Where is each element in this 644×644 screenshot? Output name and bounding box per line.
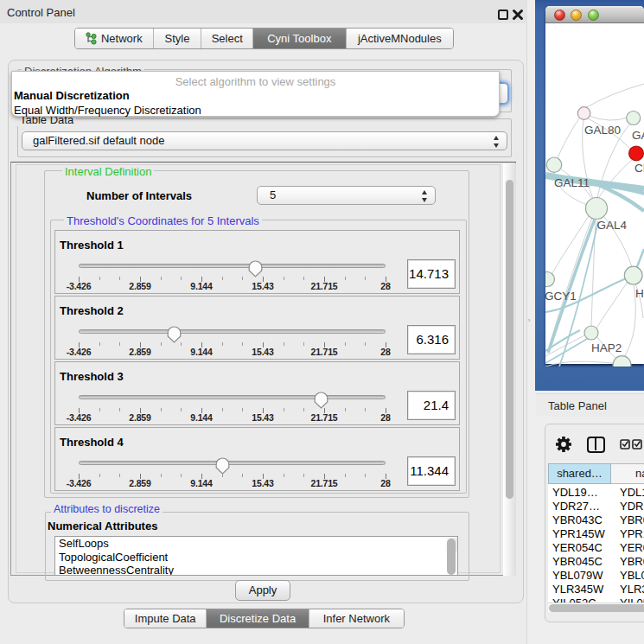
svg-text:CD: CD xyxy=(634,162,644,175)
svg-text:HAP2: HAP2 xyxy=(591,341,622,354)
svg-text:HI: HI xyxy=(635,287,644,300)
svg-text:GA: GA xyxy=(632,129,644,142)
svg-text:GCY1: GCY1 xyxy=(545,290,577,303)
svg-text:GAL4: GAL4 xyxy=(597,219,628,232)
svg-text:GAL11: GAL11 xyxy=(554,176,590,189)
svg-text:GAL80: GAL80 xyxy=(584,124,621,137)
